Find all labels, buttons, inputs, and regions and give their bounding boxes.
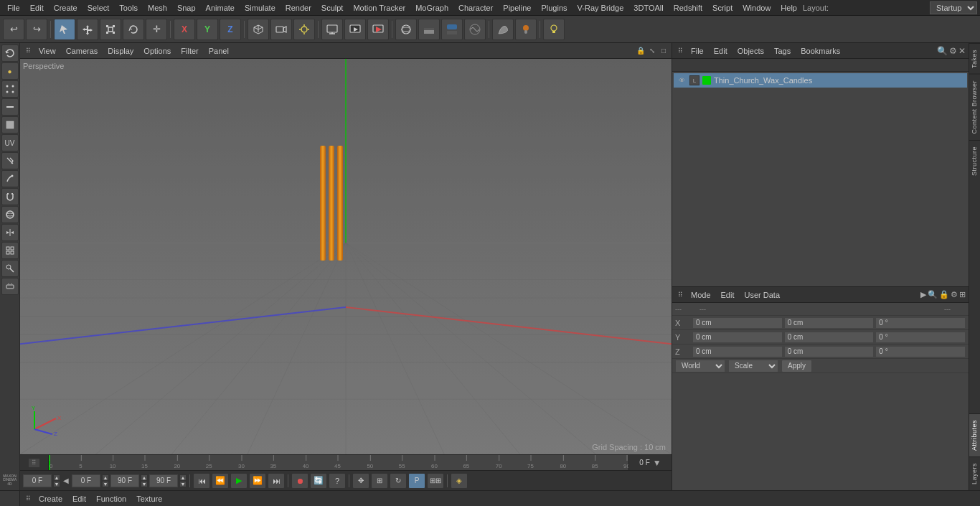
light-btn[interactable] bbox=[293, 19, 315, 40]
view-menu[interactable]: View bbox=[34, 45, 60, 57]
grid-mode-btn[interactable]: ⊞⊞ bbox=[427, 473, 444, 489]
attr-arrow-icon[interactable]: ▶ bbox=[920, 290, 926, 299]
obj-search-icon[interactable]: 🔍 bbox=[937, 46, 948, 56]
camera-btn[interactable] bbox=[270, 19, 292, 40]
menu-script[interactable]: Script bbox=[708, 2, 737, 14]
menu-tools[interactable]: Tools bbox=[115, 2, 142, 14]
end-frame2-up[interactable]: ▲ bbox=[179, 474, 187, 481]
sb-symmetry[interactable] bbox=[1, 224, 19, 241]
attr-z-rot[interactable]: 0 ° bbox=[875, 346, 966, 357]
obj-edit-menu[interactable]: Edit bbox=[710, 45, 732, 57]
tab-attributes[interactable]: Attributes bbox=[969, 413, 980, 456]
goto-end-btn[interactable]: ⏭ bbox=[268, 473, 285, 489]
end-frame1-down[interactable]: ▼ bbox=[141, 481, 148, 487]
menu-vray[interactable]: V-Ray Bridge bbox=[573, 2, 628, 14]
menu-animate[interactable]: Animate bbox=[202, 2, 239, 14]
sb-points-mode[interactable] bbox=[1, 80, 19, 98]
attr-z-pos[interactable]: 0 cm bbox=[692, 346, 783, 357]
menu-mograph[interactable]: MoGraph bbox=[411, 2, 453, 14]
z-axis-btn[interactable]: Z bbox=[220, 19, 241, 40]
menu-sculpt[interactable]: Sculpt bbox=[317, 2, 348, 14]
viewport-arrows-icon[interactable]: ⤡ bbox=[647, 46, 657, 56]
attr-y-pos[interactable]: 0 cm bbox=[692, 332, 783, 343]
sb-faces-mode[interactable] bbox=[1, 116, 19, 133]
menu-character[interactable]: Character bbox=[454, 2, 497, 14]
current-frame-up[interactable]: ▲ bbox=[102, 474, 109, 481]
current-frame-down[interactable]: ▼ bbox=[102, 481, 109, 487]
tab-layers[interactable]: Layers bbox=[969, 456, 980, 490]
mat-create-menu[interactable]: Create bbox=[34, 493, 67, 505]
sb-edges-mode[interactable] bbox=[1, 98, 19, 116]
menu-help[interactable]: Help bbox=[776, 2, 801, 14]
move-mode-btn[interactable]: ✥ bbox=[352, 473, 369, 489]
obj-tags-menu[interactable]: Tags bbox=[770, 45, 795, 57]
cube-btn[interactable] bbox=[248, 19, 269, 40]
rotate-button[interactable] bbox=[123, 19, 144, 40]
menu-render[interactable]: Render bbox=[281, 2, 316, 14]
menu-plugins[interactable]: Plugins bbox=[537, 2, 571, 14]
undo-button[interactable]: ↩ bbox=[3, 19, 24, 40]
sb-smooth[interactable] bbox=[1, 206, 19, 223]
sb-object-mode[interactable]: ● bbox=[1, 62, 19, 80]
env-btn[interactable] bbox=[464, 19, 486, 40]
current-frame-input[interactable] bbox=[72, 474, 100, 487]
frame-arrow-icon[interactable]: ▼ bbox=[653, 458, 661, 468]
record-btn[interactable]: ⏺ bbox=[291, 473, 308, 489]
goto-start-btn[interactable]: ⏮ bbox=[193, 473, 210, 489]
snap-mode-btn[interactable]: P bbox=[408, 473, 425, 489]
tab-takes[interactable]: Takes bbox=[969, 43, 980, 74]
attr-search-icon[interactable]: 🔍 bbox=[928, 290, 938, 299]
menu-simulate[interactable]: Simulate bbox=[240, 2, 280, 14]
render-view-btn[interactable] bbox=[344, 19, 366, 40]
viewport-canvas[interactable]: Perspective bbox=[20, 59, 672, 454]
end-frame2-down[interactable]: ▼ bbox=[179, 481, 187, 487]
sb-brush[interactable] bbox=[1, 170, 19, 187]
obj-eye-icon[interactable]: 👁 bbox=[677, 75, 687, 85]
bulb-btn[interactable] bbox=[543, 19, 565, 40]
menu-pipeline[interactable]: Pipeline bbox=[499, 2, 535, 14]
move-button[interactable] bbox=[77, 19, 98, 40]
attr-y-size[interactable]: 0 cm bbox=[784, 332, 875, 343]
tab-content-browser[interactable]: Content Browser bbox=[969, 74, 980, 140]
render-settings-btn[interactable] bbox=[321, 19, 343, 40]
menu-redshift[interactable]: Redshift bbox=[669, 2, 707, 14]
options-menu[interactable]: Options bbox=[139, 45, 175, 57]
menu-select[interactable]: Select bbox=[83, 2, 114, 14]
end-frame1-input[interactable] bbox=[110, 474, 139, 487]
world-dropdown[interactable]: World bbox=[675, 360, 725, 373]
sb-grid[interactable] bbox=[1, 242, 19, 259]
attr-y-rot[interactable]: 0 ° bbox=[875, 332, 966, 343]
menu-create[interactable]: Create bbox=[50, 2, 82, 14]
obj-bookmarks-menu[interactable]: Bookmarks bbox=[796, 45, 844, 57]
loop-btn[interactable]: 🔄 bbox=[310, 473, 327, 489]
mat-edit-menu[interactable]: Edit bbox=[68, 493, 90, 505]
display-menu[interactable]: Display bbox=[103, 45, 138, 57]
sb-magnet[interactable] bbox=[1, 188, 19, 205]
sb-undo[interactable] bbox=[1, 44, 19, 62]
sphere-tool[interactable] bbox=[395, 19, 417, 40]
mat-function-menu[interactable]: Function bbox=[92, 493, 131, 505]
obj-settings-icon[interactable]: ⚙ bbox=[949, 46, 957, 56]
anim-mode-btn[interactable]: ◈ bbox=[451, 473, 468, 489]
sky-btn[interactable] bbox=[441, 19, 463, 40]
redo-button[interactable]: ↪ bbox=[26, 19, 47, 40]
cameras-menu[interactable]: Cameras bbox=[62, 45, 103, 57]
attr-more-icon[interactable]: ⊞ bbox=[959, 290, 966, 299]
menu-file[interactable]: File bbox=[3, 2, 24, 14]
scale-dropdown[interactable]: Scale bbox=[728, 360, 778, 373]
scale-button[interactable] bbox=[100, 19, 121, 40]
attr-x-size[interactable]: 0 cm bbox=[784, 317, 875, 329]
rotate-mode-btn[interactable]: ↻ bbox=[390, 473, 407, 489]
start-frame-down[interactable]: ▼ bbox=[53, 481, 60, 487]
sb-uv-mode[interactable]: UV bbox=[1, 134, 19, 151]
x-axis-btn[interactable]: X bbox=[174, 19, 195, 40]
sb-render-tag[interactable] bbox=[1, 260, 19, 277]
filter-menu[interactable]: Filter bbox=[176, 45, 202, 57]
attr-userdata-menu[interactable]: User Data bbox=[740, 289, 785, 301]
transform-button[interactable]: ✛ bbox=[146, 19, 167, 40]
viewport-maximize-icon[interactable]: □ bbox=[659, 46, 669, 56]
menu-window[interactable]: Window bbox=[738, 2, 775, 14]
obj-close-icon[interactable]: ✕ bbox=[958, 46, 966, 56]
select-mode-button[interactable] bbox=[54, 19, 75, 40]
attr-edit-menu[interactable]: Edit bbox=[717, 289, 739, 301]
